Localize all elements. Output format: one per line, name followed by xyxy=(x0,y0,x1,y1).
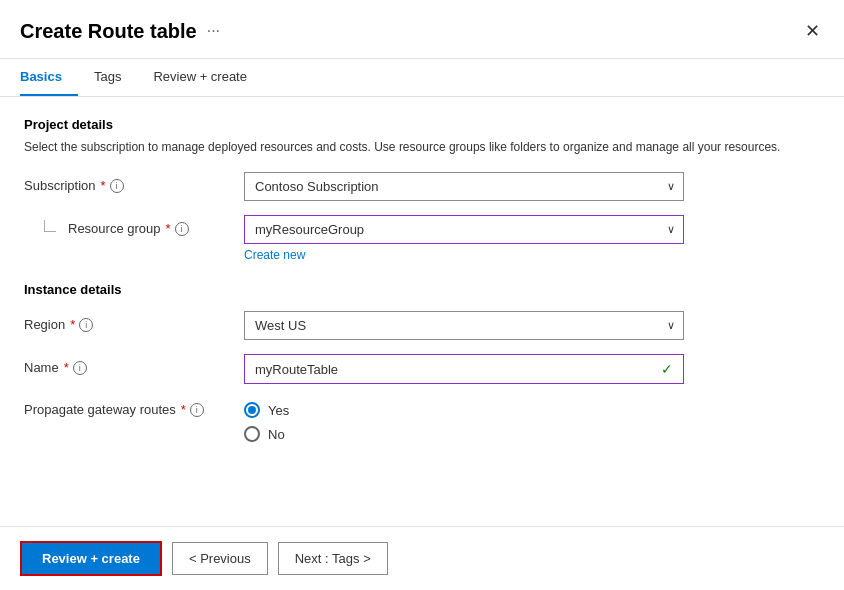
resource-group-group: Resource group * i myResourceGroup ∨ Cre… xyxy=(24,215,820,262)
radio-yes[interactable]: Yes xyxy=(244,402,684,418)
radio-yes-label: Yes xyxy=(268,403,289,418)
create-route-table-panel: Create Route table ··· ✕ Basics Tags Rev… xyxy=(0,0,844,590)
resource-group-info-icon[interactable]: i xyxy=(175,222,189,236)
resource-group-value: myResourceGroup xyxy=(245,216,659,243)
radio-yes-outer xyxy=(244,402,260,418)
resource-group-required: * xyxy=(166,221,171,236)
name-label: Name xyxy=(24,360,59,375)
region-label: Region xyxy=(24,317,65,332)
footer: Review + create < Previous Next : Tags > xyxy=(0,526,844,590)
subscription-chevron-icon: ∨ xyxy=(659,180,683,193)
region-required: * xyxy=(70,317,75,332)
resource-group-control: myResourceGroup ∨ Create new xyxy=(244,215,684,262)
panel-title: Create Route table xyxy=(20,20,197,43)
name-check-icon: ✓ xyxy=(661,361,673,377)
tab-tags[interactable]: Tags xyxy=(94,59,137,96)
region-info-icon[interactable]: i xyxy=(79,318,93,332)
subscription-dropdown[interactable]: Contoso Subscription ∨ xyxy=(244,172,684,201)
propagate-label: Propagate gateway routes xyxy=(24,402,176,417)
name-info-icon[interactable]: i xyxy=(73,361,87,375)
radio-no[interactable]: No xyxy=(244,426,684,442)
resource-group-dropdown[interactable]: myResourceGroup ∨ xyxy=(244,215,684,244)
propagate-label-col: Propagate gateway routes * i xyxy=(24,398,244,417)
name-group: Name * i myRouteTable ✓ xyxy=(24,354,820,384)
region-control: West US ∨ xyxy=(244,311,684,340)
instance-details-title: Instance details xyxy=(24,282,820,297)
form-content: Project details Select the subscription … xyxy=(0,97,844,526)
resource-group-label: Resource group xyxy=(68,221,161,236)
subscription-value: Contoso Subscription xyxy=(245,173,659,200)
name-label-col: Name * i xyxy=(24,354,244,375)
subscription-group: Subscription * i Contoso Subscription ∨ xyxy=(24,172,820,201)
propagate-group: Propagate gateway routes * i Yes No xyxy=(24,398,820,442)
next-button[interactable]: Next : Tags > xyxy=(278,542,388,575)
region-group: Region * i West US ∨ xyxy=(24,311,820,340)
subscription-info-icon[interactable]: i xyxy=(110,179,124,193)
radio-no-outer xyxy=(244,426,260,442)
resource-group-chevron-icon: ∨ xyxy=(659,223,683,236)
subscription-label-col: Subscription * i xyxy=(24,172,244,193)
radio-no-label: No xyxy=(268,427,285,442)
propagate-info-icon[interactable]: i xyxy=(190,403,204,417)
tab-bar: Basics Tags Review + create xyxy=(0,59,844,97)
name-input[interactable]: myRouteTable ✓ xyxy=(244,354,684,384)
name-required: * xyxy=(64,360,69,375)
tab-basics[interactable]: Basics xyxy=(20,59,78,96)
name-value: myRouteTable xyxy=(255,362,338,377)
region-dropdown[interactable]: West US ∨ xyxy=(244,311,684,340)
review-create-button[interactable]: Review + create xyxy=(20,541,162,576)
create-new-link[interactable]: Create new xyxy=(244,248,305,262)
region-chevron-icon: ∨ xyxy=(659,319,683,332)
subscription-label: Subscription xyxy=(24,178,96,193)
resource-group-label-col: Resource group * i xyxy=(24,215,244,236)
title-row: Create Route table ··· xyxy=(20,20,220,43)
panel-header: Create Route table ··· ✕ xyxy=(0,0,844,59)
previous-button[interactable]: < Previous xyxy=(172,542,268,575)
propagate-radio-group: Yes No xyxy=(244,398,684,442)
tab-review-create[interactable]: Review + create xyxy=(153,59,263,96)
close-icon[interactable]: ✕ xyxy=(801,16,824,46)
subscription-control: Contoso Subscription ∨ xyxy=(244,172,684,201)
propagate-required: * xyxy=(181,402,186,417)
project-details-title: Project details xyxy=(24,117,820,132)
project-details-desc: Select the subscription to manage deploy… xyxy=(24,138,820,156)
radio-yes-inner xyxy=(248,406,256,414)
name-control: myRouteTable ✓ xyxy=(244,354,684,384)
region-label-col: Region * i xyxy=(24,311,244,332)
region-value: West US xyxy=(245,312,659,339)
propagate-control: Yes No xyxy=(244,398,684,442)
subscription-required: * xyxy=(101,178,106,193)
ellipsis-icon[interactable]: ··· xyxy=(207,22,220,40)
instance-details-section: Instance details xyxy=(24,282,820,297)
